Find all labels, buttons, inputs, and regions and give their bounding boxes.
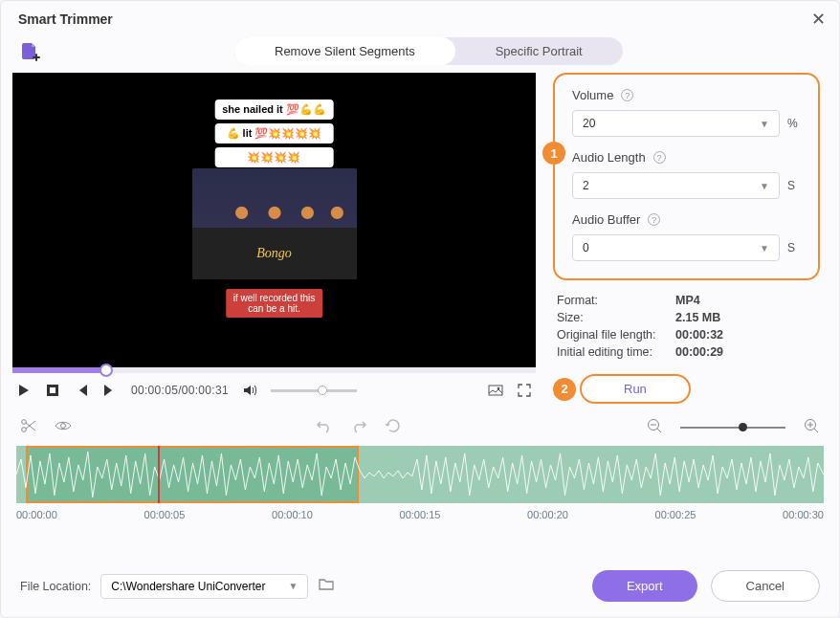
audio-buffer-value: 0 <box>583 241 589 254</box>
volume-unit: % <box>787 117 801 130</box>
playhead[interactable] <box>158 446 160 503</box>
audio-buffer-unit: S <box>787 241 801 254</box>
settings-panel: 1 Volume? 20▼ % Audio Length? 2▼ S <box>553 73 820 280</box>
add-media-icon[interactable] <box>18 40 41 63</box>
tab-remove-silent[interactable]: Remove Silent Segments <box>234 37 455 65</box>
volume-label: Volume <box>572 88 613 102</box>
overlay-stickers: she nailed it 💯💪💪 💪 lit 💯💥💥💥💥 💥💥💥💥 <box>214 99 334 167</box>
ruler-tick: 00:00:25 <box>655 509 696 520</box>
redo-icon[interactable] <box>350 417 367 438</box>
play-icon[interactable] <box>16 383 32 398</box>
ruler-tick: 00:00:15 <box>400 509 441 520</box>
zoom-thumb[interactable] <box>739 423 747 431</box>
audio-buffer-field: Audio Buffer? 0▼ S <box>572 212 801 261</box>
svg-rect-1 <box>50 387 55 393</box>
format-value: MP4 <box>675 294 700 307</box>
playback-controls: 00:00:05/00:00:31 <box>12 373 536 408</box>
audio-length-field: Audio Length? 2▼ S <box>572 150 801 199</box>
volume-select[interactable]: 20▼ <box>572 110 780 137</box>
ruler-tick: 00:00:10 <box>272 509 313 520</box>
audio-length-select[interactable]: 2▼ <box>572 172 780 199</box>
init-time-value: 00:00:29 <box>675 345 723 359</box>
top-bar: Remove Silent Segments Specific Portrait <box>1 33 839 73</box>
close-icon[interactable]: ✕ <box>811 9 826 30</box>
prev-frame-icon[interactable] <box>74 383 89 398</box>
bottom-bar: File Location: C:\Wondershare UniConvert… <box>1 557 839 617</box>
video-frame-image: Bongo <box>192 168 357 279</box>
volume-value: 20 <box>583 117 595 130</box>
settings-column: 1 Volume? 20▼ % Audio Length? 2▼ S <box>545 73 828 408</box>
cancel-button[interactable]: Cancel <box>711 570 820 602</box>
playback-fill <box>12 367 106 373</box>
undo-icon[interactable] <box>316 417 333 438</box>
smart-trimmer-window: Smart Trimmer ✕ Remove Silent Segments S… <box>0 0 840 618</box>
time-ruler: 00:00:00 00:00:05 00:00:10 00:00:15 00:0… <box>1 503 839 520</box>
size-value: 2.15 MB <box>675 311 720 324</box>
main-area: she nailed it 💯💪💪 💪 lit 💯💥💥💥💥 💥💥💥💥 Bongo… <box>1 73 839 408</box>
help-icon[interactable]: ? <box>653 151 666 164</box>
sticker-text-1: she nailed it 💯💪💪 <box>214 99 334 120</box>
file-info: Format:MP4 Size:2.15 MB Original file le… <box>553 294 820 359</box>
file-location-path: C:\Wondershare UniConverter <box>111 580 265 593</box>
svg-point-6 <box>61 424 66 429</box>
window-title: Smart Trimmer <box>18 11 113 27</box>
svg-rect-2 <box>489 386 502 395</box>
volume-field: Volume? 20▼ % <box>572 88 801 137</box>
chevron-down-icon: ▼ <box>760 119 769 129</box>
export-button[interactable]: Export <box>592 570 697 602</box>
next-frame-icon[interactable] <box>102 383 118 398</box>
callout-badge-1: 1 <box>542 142 565 165</box>
banner-text: Bongo <box>256 246 292 261</box>
volume-thumb[interactable] <box>318 386 327 395</box>
time-total: 00:00:31 <box>182 384 229 397</box>
audio-buffer-label: Audio Buffer <box>572 212 640 227</box>
ruler-tick: 00:00:30 <box>783 509 824 520</box>
orig-length-value: 00:00:32 <box>675 328 723 342</box>
audio-length-label: Audio Length <box>572 150 646 165</box>
sticker-text-2: 💪 lit 💯💥💥💥💥 <box>214 123 334 143</box>
caption-overlay: if well recorded this can be a hit. <box>226 289 323 318</box>
help-icon[interactable]: ? <box>621 89 633 101</box>
playback-slider[interactable] <box>12 367 536 373</box>
caption-line-2: can be a hit. <box>233 303 316 314</box>
format-label: Format: <box>557 294 675 307</box>
waveform-graphic <box>16 446 824 503</box>
fullscreen-icon[interactable] <box>517 383 532 398</box>
zoom-in-icon[interactable] <box>803 417 820 438</box>
audio-buffer-select[interactable]: 0▼ <box>572 234 780 261</box>
run-wrapper: 2 Run <box>553 374 820 404</box>
audio-length-unit: S <box>787 179 801 192</box>
chevron-down-icon: ▼ <box>289 581 298 591</box>
ruler-tick: 00:00:00 <box>16 509 57 520</box>
callout-badge-2: 2 <box>553 378 576 401</box>
snapshot-icon[interactable] <box>488 383 503 398</box>
cut-icon[interactable] <box>20 417 37 438</box>
run-button[interactable]: Run <box>580 374 691 404</box>
ruler-tick: 00:00:05 <box>144 509 186 520</box>
folder-icon[interactable] <box>318 576 335 597</box>
help-icon[interactable]: ? <box>648 213 660 226</box>
title-bar: Smart Trimmer ✕ <box>1 1 839 33</box>
volume-slider[interactable] <box>271 389 357 392</box>
init-time-label: Initial editing time: <box>557 345 675 359</box>
timeline-toolbar <box>1 408 839 446</box>
zoom-out-icon[interactable] <box>646 417 663 438</box>
chevron-down-icon: ▼ <box>760 181 769 191</box>
volume-icon[interactable] <box>242 383 257 398</box>
audio-waveform[interactable] <box>16 446 824 503</box>
sticker-text-3: 💥💥💥💥 <box>214 147 334 167</box>
time-current: 00:00:05 <box>131 384 178 397</box>
reset-icon[interactable] <box>385 417 402 438</box>
svg-point-4 <box>22 428 27 432</box>
zoom-slider[interactable] <box>680 427 785 429</box>
stop-icon[interactable] <box>45 383 60 398</box>
ruler-tick: 00:00:20 <box>527 509 568 520</box>
eye-icon[interactable] <box>55 417 72 438</box>
time-display: 00:00:05/00:00:31 <box>131 384 229 397</box>
chevron-down-icon: ▼ <box>760 243 769 254</box>
svg-point-5 <box>22 420 27 425</box>
file-location-select[interactable]: C:\Wondershare UniConverter ▼ <box>100 574 308 599</box>
video-preview[interactable]: she nailed it 💯💪💪 💪 lit 💯💥💥💥💥 💥💥💥💥 Bongo… <box>12 73 536 367</box>
size-label: Size: <box>557 311 675 324</box>
tab-specific-portrait[interactable]: Specific Portrait <box>455 37 623 65</box>
